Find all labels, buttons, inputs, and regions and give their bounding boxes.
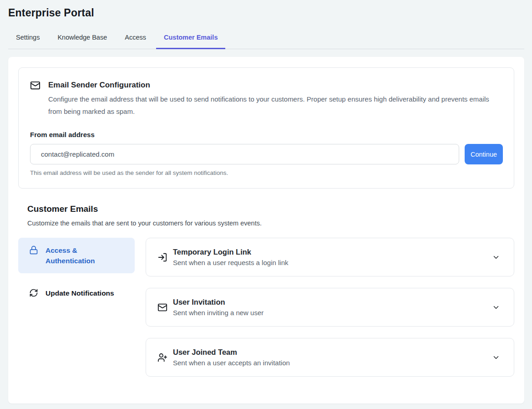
email-card-title: User Invitation (173, 298, 492, 307)
tab-knowledge-base[interactable]: Knowledge Base (50, 29, 115, 49)
customer-emails-subtitle: Customize the emails that are sent to yo… (27, 220, 514, 227)
email-card-user-joined-team[interactable]: User Joined Team Sent when a user accept… (146, 338, 514, 377)
email-card-user-invitation[interactable]: User Invitation Sent when inviting a new… (146, 288, 514, 327)
sender-card-header: Email Sender Configuration Configure the… (30, 79, 503, 118)
login-icon (157, 252, 167, 262)
email-card-description: Sent when inviting a new user (173, 309, 492, 317)
chevron-down-icon[interactable] (492, 253, 500, 261)
sidebar-item-label: Access & Authentication (46, 245, 128, 266)
refresh-icon (29, 288, 38, 297)
page-header: Enterprise Portal (0, 0, 532, 19)
from-email-input[interactable] (30, 144, 459, 164)
customer-emails-layout: Access & Authentication Update Notificat… (18, 238, 514, 377)
email-card-text: User Joined Team Sent when a user accept… (173, 348, 492, 367)
sender-card-description: Configure the email address that will be… (48, 93, 497, 118)
mail-icon (157, 302, 167, 312)
email-helper-text: This email address will be used as the s… (30, 169, 503, 176)
continue-button[interactable]: Continue (465, 144, 503, 164)
email-input-row: Continue (30, 144, 503, 164)
customer-emails-title: Customer Emails (27, 204, 514, 214)
sidebar-item-update-notifications[interactable]: Update Notifications (18, 281, 135, 306)
email-card-text: Temporary Login Link Sent when a user re… (173, 248, 492, 266)
email-sender-configuration-card: Email Sender Configuration Configure the… (18, 67, 514, 189)
from-email-label: From email address (30, 131, 503, 138)
email-card-description: Sent when a user accepts an invitation (173, 359, 492, 367)
sidebar-item-access-authentication[interactable]: Access & Authentication (18, 238, 135, 273)
sender-card-title: Email Sender Configuration (48, 79, 503, 90)
email-card-text: User Invitation Sent when inviting a new… (173, 298, 492, 317)
email-card-title: Temporary Login Link (173, 248, 492, 256)
tab-customer-emails[interactable]: Customer Emails (156, 29, 225, 49)
mail-icon (30, 79, 48, 91)
main-panel: Email Sender Configuration Configure the… (8, 57, 524, 404)
email-card-temporary-login-link[interactable]: Temporary Login Link Sent when a user re… (146, 238, 514, 276)
tab-settings[interactable]: Settings (8, 29, 47, 49)
chevron-down-icon[interactable] (492, 353, 500, 362)
email-card-title: User Joined Team (173, 348, 492, 357)
email-card-description: Sent when a user requests a login link (173, 259, 492, 266)
chevron-down-icon[interactable] (492, 303, 500, 312)
sidebar-item-label: Update Notifications (46, 288, 114, 298)
sender-card-text: Email Sender Configuration Configure the… (48, 79, 503, 118)
lock-icon (29, 245, 38, 255)
tab-bar: Settings Knowledge Base Access Customer … (8, 29, 524, 49)
email-card-list: Temporary Login Link Sent when a user re… (146, 238, 514, 377)
page-title: Enterprise Portal (8, 7, 524, 19)
email-category-sidebar: Access & Authentication Update Notificat… (18, 238, 135, 377)
user-plus-icon (157, 353, 167, 363)
tab-access[interactable]: Access (117, 29, 154, 49)
